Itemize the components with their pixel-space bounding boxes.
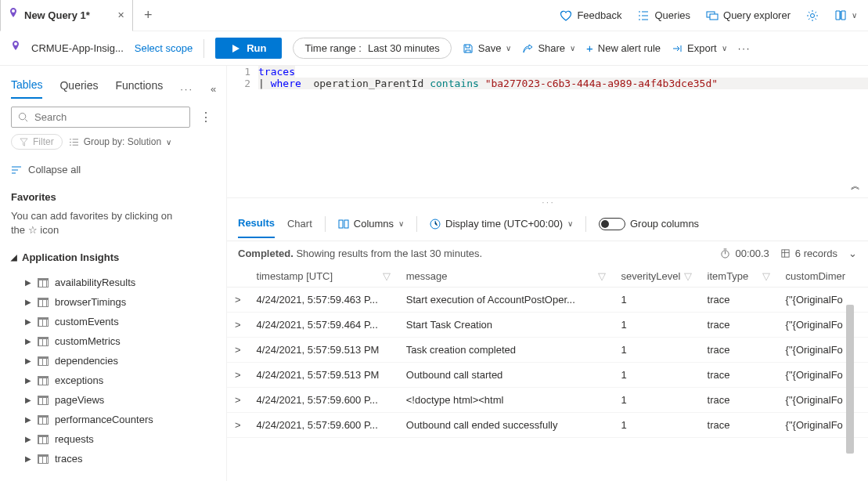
- settings-button[interactable]: [806, 9, 819, 22]
- status-row: Completed. Showing results from the last…: [227, 241, 868, 266]
- stopwatch-icon: [720, 248, 730, 259]
- table-icon: [38, 415, 49, 425]
- cell-customdim: {"{OriginalFo: [778, 313, 868, 338]
- tables-tab[interactable]: Tables: [11, 78, 42, 99]
- cell-customdim: {"{OriginalFo: [778, 338, 868, 363]
- query-editor[interactable]: 1 traces 2 | where operation_ParentId co…: [227, 66, 868, 197]
- table-tree-item[interactable]: ▶exceptions: [16, 371, 215, 390]
- export-icon: [672, 43, 683, 54]
- chart-tab[interactable]: Chart: [287, 210, 312, 237]
- funnel-icon: [20, 138, 28, 146]
- table-tree-item[interactable]: ▶customMetrics: [16, 331, 215, 351]
- caret-right-icon: ▶: [25, 337, 31, 345]
- toggle-icon: [599, 218, 625, 230]
- results-tab[interactable]: Results: [238, 209, 275, 238]
- new-alert-rule-button[interactable]: + New alert rule: [586, 42, 661, 55]
- export-button[interactable]: Export∨: [672, 42, 727, 54]
- filter-icon[interactable]: ▽: [598, 270, 606, 282]
- feedback-link[interactable]: Feedback: [560, 9, 621, 22]
- filter-icon[interactable]: ▽: [684, 270, 692, 282]
- query-explorer-link[interactable]: Query explorer: [706, 9, 791, 22]
- cell-message: Task creation completed: [398, 338, 614, 363]
- table-tree-item[interactable]: ▶availabilityResults: [16, 273, 215, 292]
- share-button[interactable]: Share∨: [522, 42, 575, 54]
- expand-results-button[interactable]: ⌄: [848, 248, 857, 259]
- filter-icon[interactable]: ▽: [762, 270, 770, 282]
- queries-tab[interactable]: Queries: [59, 79, 98, 98]
- cell-message: <!doctype html><html: [398, 388, 614, 413]
- cell-message: Outbound call started: [398, 363, 614, 388]
- caret-right-icon: ▶: [25, 278, 31, 287]
- expand-row-button[interactable]: >: [227, 313, 249, 338]
- docs-button[interactable]: ∨: [834, 9, 857, 22]
- book-icon: [834, 9, 847, 22]
- close-icon[interactable]: ✕: [117, 10, 124, 20]
- table-tree-item[interactable]: ▶requests: [16, 429, 215, 449]
- gear-icon: [806, 9, 819, 22]
- table-row[interactable]: >4/24/2021, 5:57:59.600 P...Outbound cal…: [227, 413, 868, 438]
- expand-row-button[interactable]: >: [227, 363, 249, 388]
- cell-severity: 1: [614, 313, 700, 338]
- table-row[interactable]: >4/24/2021, 5:57:59.513 PMTask creation …: [227, 338, 868, 363]
- cell-itemtype: trace: [700, 313, 778, 338]
- cell-message: Start Task Creation: [398, 313, 614, 338]
- top-links: Feedback Queries Query explorer ∨: [560, 9, 868, 22]
- save-button[interactable]: Save∨: [463, 42, 512, 54]
- col-timestamp[interactable]: timestamp [UTC]▽: [249, 266, 398, 288]
- col-itemtype[interactable]: itemType▽: [700, 266, 778, 288]
- table-tree-item[interactable]: ▶performanceCounters: [16, 410, 215, 429]
- sidebar-options-button[interactable]: ⋮: [196, 110, 215, 125]
- cell-itemtype: trace: [700, 288, 778, 313]
- table-row[interactable]: >4/24/2021, 5:57:59.600 P...<!doctype ht…: [227, 388, 868, 413]
- columns-button[interactable]: Columns∨: [338, 218, 404, 230]
- more-button[interactable]: ···: [738, 42, 751, 54]
- run-button[interactable]: Run: [215, 38, 282, 59]
- collapse-all-button[interactable]: Collapse all: [11, 156, 215, 175]
- col-customdim[interactable]: customDimer: [778, 266, 868, 288]
- cell-timestamp: 4/24/2021, 5:57:59.463 P...: [249, 288, 398, 313]
- caret-right-icon: ▶: [25, 435, 31, 443]
- query-tab[interactable]: New Query 1* ✕: [0, 0, 133, 31]
- expand-row-button[interactable]: >: [227, 413, 249, 438]
- collapse-sidebar-button[interactable]: «: [211, 83, 216, 95]
- scrollbar[interactable]: [846, 305, 854, 454]
- search-input[interactable]: [11, 107, 190, 128]
- cell-itemtype: trace: [700, 363, 778, 388]
- cell-itemtype: trace: [700, 338, 778, 363]
- table-row[interactable]: >4/24/2021, 5:57:59.464 P...Start Task C…: [227, 313, 868, 338]
- table-tree-item[interactable]: ▶traces: [16, 449, 215, 468]
- display-time-button[interactable]: Display time (UTC+00:00)∨: [430, 218, 573, 230]
- groupby-button[interactable]: Group by: Solution∨: [69, 136, 171, 147]
- add-tab-button[interactable]: +: [133, 7, 164, 24]
- table-tree-item[interactable]: ▶browserTimings: [16, 292, 215, 312]
- svg-rect-8: [782, 250, 789, 257]
- functions-tab[interactable]: Functions: [116, 79, 164, 98]
- category-heading[interactable]: ◢ Application Insights: [11, 244, 215, 263]
- sidebar-more-button[interactable]: ···: [180, 83, 193, 95]
- group-columns-toggle[interactable]: Group columns: [599, 218, 699, 230]
- time-range-picker[interactable]: Time range : Last 30 minutes: [293, 38, 451, 59]
- col-severity[interactable]: severityLevel▽: [614, 266, 700, 288]
- table-tree-item[interactable]: ▶customEvents: [16, 312, 215, 331]
- share-icon: [522, 43, 533, 54]
- table-tree-item[interactable]: ▶pageViews: [16, 390, 215, 410]
- filter-icon[interactable]: ▽: [383, 270, 391, 282]
- table-icon: [38, 376, 49, 385]
- table-row[interactable]: >4/24/2021, 5:57:59.513 PMOutbound call …: [227, 363, 868, 388]
- queries-link[interactable]: Queries: [637, 9, 690, 22]
- filter-button[interactable]: Filter: [11, 134, 63, 150]
- cell-itemtype: trace: [700, 388, 778, 413]
- svg-point-2: [811, 13, 815, 17]
- select-scope-link[interactable]: Select scope: [135, 42, 193, 54]
- scroll-up-button[interactable]: ︽: [851, 179, 860, 193]
- expand-row-button[interactable]: >: [227, 288, 249, 313]
- caret-right-icon: ▶: [25, 415, 31, 424]
- expand-row-button[interactable]: >: [227, 388, 249, 413]
- expand-row-button[interactable]: >: [227, 338, 249, 363]
- table-tree-item[interactable]: ▶dependencies: [16, 351, 215, 371]
- table-icon: [38, 396, 49, 405]
- columns-icon: [338, 219, 349, 229]
- col-message[interactable]: message▽: [398, 266, 614, 288]
- table-row[interactable]: >4/24/2021, 5:57:59.463 P...Start execut…: [227, 288, 868, 313]
- resize-handle[interactable]: · · ·: [227, 197, 868, 207]
